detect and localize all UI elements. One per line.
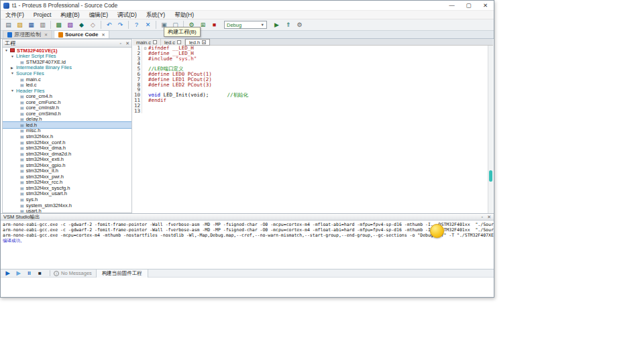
tree-item-core_cmfunc.h[interactable]: ▤core_cmFunc.h bbox=[3, 99, 131, 105]
chevron-down-icon[interactable]: ▼ bbox=[11, 88, 16, 93]
design-explorer-icon[interactable]: ◇ bbox=[88, 20, 98, 30]
tree-item-intermediate-binary-files[interactable]: ▶Intermediate Binary Files bbox=[3, 65, 131, 71]
chevron-down-icon[interactable]: ▼ bbox=[11, 54, 16, 58]
panel-close-icon[interactable]: ✕ bbox=[125, 41, 129, 46]
doc-tab-schematic[interactable]: 原理图绘制✕ bbox=[3, 30, 52, 38]
project-tree[interactable]: ▼STM32F401VE(1)▼Linker Script Files▤STM3… bbox=[3, 48, 131, 213]
tree-item-main.c[interactable]: ▤main.c bbox=[3, 76, 131, 82]
source-code-tab-icon bbox=[58, 32, 63, 38]
tree-item-stm32f4xx_syscfg.h[interactable]: ▤stm32f4xx_syscfg.h bbox=[3, 185, 131, 191]
info-icon: i bbox=[54, 271, 59, 276]
fold-spacer bbox=[142, 87, 148, 93]
run-button[interactable]: ▶ bbox=[3, 270, 12, 276]
step-button[interactable]: ▶ bbox=[14, 270, 23, 276]
panel-float-icon[interactable]: ▫ bbox=[119, 41, 121, 46]
tree-item-core_cmsimd.h[interactable]: ▤core_cmSimd.h bbox=[3, 111, 131, 117]
save-project-icon[interactable]: ▦ bbox=[26, 20, 36, 30]
tree-item-stm32f4xx_exti.h[interactable]: ▤stm32f4xx_exti.h bbox=[3, 156, 131, 162]
schematic-capture-icon[interactable]: ▩ bbox=[54, 20, 64, 30]
tree-item-stm32f4xx_dma2d.h[interactable]: ▤stm32f4xx_dma2d.h bbox=[3, 151, 131, 157]
menu-item-3[interactable]: 编辑(E) bbox=[85, 11, 113, 19]
settings-icon[interactable]: ⚙ bbox=[294, 20, 305, 30]
panel-close-icon[interactable]: ✕ bbox=[487, 215, 491, 219]
file-icon: ▤ bbox=[20, 134, 24, 139]
fold-spacer bbox=[142, 77, 148, 82]
menu-item-5[interactable]: 系统(Y) bbox=[142, 11, 170, 19]
editor-scrollbar[interactable] bbox=[488, 46, 493, 213]
open-project-icon[interactable]: ▨ bbox=[15, 20, 25, 30]
tree-item-delay.h[interactable]: ▤delay.h bbox=[3, 117, 131, 123]
menu-item-0[interactable]: 文件(F) bbox=[1, 11, 29, 19]
tree-item-stm32f4xx.h[interactable]: ▤stm32f4xx.h bbox=[3, 133, 131, 139]
build-config-select[interactable]: Debug▼ bbox=[224, 21, 267, 29]
menu-item-2[interactable]: 构建(B) bbox=[56, 11, 84, 19]
stop-build-icon[interactable]: ■ bbox=[209, 20, 219, 30]
maximize-button[interactable]: ▢ bbox=[460, 1, 477, 11]
menu-item-1[interactable]: Project bbox=[29, 11, 56, 19]
tree-item-stm32f4xx_rcc.h[interactable]: ▤stm32f4xx_rcc.h bbox=[3, 180, 131, 186]
tree-item-stm32f4xx_it.h[interactable]: ▤stm32f4xx_it.h bbox=[3, 168, 131, 174]
undo-icon[interactable]: ↶ bbox=[104, 20, 114, 30]
menu-item-4[interactable]: 调试(D) bbox=[113, 11, 142, 19]
build-output-console[interactable]: arm-none-eabi-gcc.exe -c -gdwarf-2 -fomi… bbox=[1, 221, 494, 269]
tree-item-led.h[interactable]: ▤led.h bbox=[3, 122, 131, 128]
editor-tab-main-c[interactable]: main.c bbox=[133, 39, 161, 46]
tree-item-system_stm32f4xx.h[interactable]: ▤system_stm32f4xx.h bbox=[3, 202, 131, 208]
doc-tab-label: 原理图绘制 bbox=[14, 31, 41, 38]
panel-float-icon[interactable]: ▫ bbox=[482, 215, 483, 219]
tab-close-icon[interactable] bbox=[153, 40, 157, 44]
tree-item-core_cm4.h[interactable]: ▤core_cm4.h bbox=[3, 93, 131, 99]
tree-item-linker-script-files[interactable]: ▼Linker Script Files bbox=[3, 54, 131, 60]
fold-spacer bbox=[142, 103, 148, 109]
3d-viewer-icon[interactable]: ◆ bbox=[76, 20, 87, 30]
tab-close-icon[interactable]: ✕ bbox=[202, 40, 206, 44]
help-icon[interactable]: ? bbox=[131, 20, 142, 30]
tree-item-header-files[interactable]: ▼Header Files bbox=[3, 88, 131, 94]
redo-icon[interactable]: ↷ bbox=[115, 20, 125, 30]
tree-item-source-files[interactable]: ▼Source Files bbox=[3, 70, 131, 76]
no-messages-label: No Messages bbox=[61, 270, 92, 276]
editor-tab-led-c[interactable]: led.c bbox=[161, 39, 185, 46]
chevron-right-icon[interactable]: ▶ bbox=[11, 66, 16, 70]
fold-spacer bbox=[142, 93, 148, 98]
tab-close-icon[interactable] bbox=[177, 40, 181, 44]
tree-item-misc.h[interactable]: ▤misc.h bbox=[3, 128, 131, 134]
tree-item-stm32f4xx_conf.h[interactable]: ▤stm32f4xx_conf.h bbox=[3, 139, 131, 145]
tree-item-stm32f4xx_dma.h[interactable]: ▤stm32f4xx_dma.h bbox=[3, 145, 131, 151]
chevron-down-icon[interactable]: ▼ bbox=[11, 71, 16, 75]
code-area[interactable]: 1⊟#ifndef __LED_H2#define __LED_H3#inclu… bbox=[133, 46, 488, 213]
import-icon[interactable]: ▥ bbox=[38, 20, 48, 30]
document-tab-bar: 原理图绘制✕Source Code✕ bbox=[1, 31, 494, 39]
fold-marker-icon[interactable]: ⊟ bbox=[142, 46, 148, 51]
minimize-button[interactable]: — bbox=[443, 1, 460, 11]
new-project-icon[interactable]: ▤ bbox=[3, 20, 13, 30]
upload-firmware-icon[interactable]: ⇑ bbox=[283, 20, 293, 30]
tree-item-stm32f4xx_gpio.h[interactable]: ▤stm32f4xx_gpio.h bbox=[3, 162, 131, 168]
doc-tab-source-code[interactable]: Source Code✕ bbox=[54, 30, 109, 38]
debug-run-icon[interactable]: ▶ bbox=[272, 20, 282, 30]
stop-button[interactable]: ■ bbox=[36, 270, 44, 276]
chevron-down-icon[interactable]: ▼ bbox=[5, 48, 10, 52]
tree-item-core_cminstr.h[interactable]: ▤core_cmInstr.h bbox=[3, 105, 131, 111]
tree-item-stm32f401ve-1-[interactable]: ▼STM32F401VE(1) bbox=[3, 48, 131, 54]
window-controls: —▢✕ bbox=[443, 1, 494, 11]
pause-button[interactable]: II bbox=[25, 270, 34, 276]
tree-item-led.c[interactable]: ▤led.c bbox=[3, 82, 131, 88]
pcb-layout-icon[interactable]: ▧ bbox=[65, 20, 75, 30]
tab-close-icon[interactable]: ✕ bbox=[44, 32, 48, 37]
tree-item-usart.h[interactable]: ▤usart.h bbox=[3, 208, 131, 213]
file-icon: ▤ bbox=[20, 145, 24, 150]
menu-item-6[interactable]: 帮助(H) bbox=[170, 11, 199, 19]
close-view-icon[interactable]: ✕ bbox=[143, 20, 153, 30]
mcu-icon bbox=[10, 48, 15, 52]
file-icon: ▤ bbox=[20, 191, 24, 196]
tree-item-stm32f407xe.ld[interactable]: ▤STM32F407XE.ld bbox=[3, 59, 131, 65]
editor-tab-led-h[interactable]: led.h✕ bbox=[185, 39, 210, 46]
file-icon: ▤ bbox=[20, 208, 24, 213]
tree-item-stm32f4xx_pwr.h[interactable]: ▤stm32f4xx_pwr.h bbox=[3, 174, 131, 180]
tree-item-stm32f4xx_usart.h[interactable]: ▤stm32f4xx_usart.h bbox=[3, 191, 131, 197]
scrollbar-thumb[interactable] bbox=[489, 170, 492, 182]
close-button[interactable]: ✕ bbox=[477, 1, 494, 11]
tree-item-sys.h[interactable]: ▤sys.h bbox=[3, 196, 131, 202]
tab-close-icon[interactable]: ✕ bbox=[101, 32, 105, 37]
